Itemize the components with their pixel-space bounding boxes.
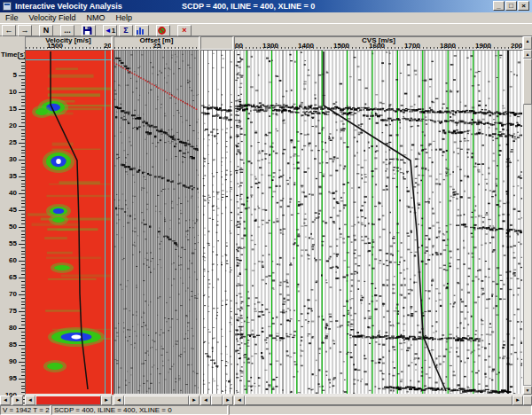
time-tick-label: 50 [0, 223, 17, 231]
offset-gather-canvas [114, 51, 199, 395]
menu-velocity-field[interactable]: Velocity Field [24, 12, 82, 24]
restore-button[interactable]: □ [505, 1, 517, 11]
cvs-canvas [235, 51, 522, 395]
cvs-vscroll-up-button[interactable]: ▲ [523, 50, 532, 59]
cvs-vscroll-thumb[interactable] [523, 59, 532, 105]
time-tick [19, 379, 25, 380]
time-tick-label: 20 [0, 122, 17, 129]
cvs-scroll-left-button[interactable]: ◄ [234, 395, 245, 405]
options-button[interactable]: ... [60, 25, 74, 36]
close-button[interactable]: × [518, 1, 529, 11]
menu-file[interactable]: File [0, 12, 24, 24]
offset-gather-panel[interactable] [113, 50, 200, 395]
time-tick-label: 95 [0, 375, 17, 382]
velocity-panel-header: Velocity [m/s] 15002000 [25, 36, 112, 50]
time-tick [19, 362, 25, 363]
time-tick [19, 126, 25, 127]
time-tick [19, 92, 25, 93]
offset-scroll-right-button[interactable]: ► [189, 395, 200, 405]
velocity-semblance-panel[interactable] [25, 50, 112, 395]
menu-nmo[interactable]: NMO [82, 12, 111, 24]
time-tick [19, 244, 25, 245]
time-tick-label: 30 [0, 156, 17, 163]
velocity-axis-ticks [26, 47, 111, 49]
cvs-header-scroll-button[interactable]: ▲ [523, 36, 532, 50]
app-icon [3, 2, 12, 11]
spectrum-icon [136, 26, 145, 35]
cvs-scroll-thumb[interactable] [245, 395, 512, 405]
prev-button[interactable]: ← [2, 25, 16, 36]
next-button[interactable]: → [18, 25, 32, 36]
status-bar: V = 1942 T = 2 SCDP = 400, ILINE = 400, … [0, 405, 532, 415]
apply-one-button[interactable]: ◄1 [103, 25, 117, 36]
window-title: Interactive Velocity Analysis [15, 0, 122, 12]
toolbar: ←→N...◄1Σ× [0, 24, 532, 36]
offset-scroll-left-button[interactable]: ◄ [113, 395, 124, 405]
time-tick [19, 210, 25, 211]
menu-bar: FileVelocity FieldNMOHelp [0, 12, 532, 24]
time-tick-label: 80 [0, 325, 17, 332]
time-tick [19, 328, 25, 329]
velocity-scroll-thumb[interactable] [35, 395, 101, 405]
offset-axis-ticks [114, 47, 199, 49]
status-empty-cell [229, 405, 532, 415]
time-tick-label: 10 [0, 89, 17, 96]
title-bar[interactable]: Interactive Velocity Analysis SCDP = 400… [0, 0, 532, 12]
status-cursor-readout: V = 1942 T = 2 [0, 405, 51, 415]
gather-scroll-right-button[interactable]: ► [223, 395, 233, 405]
time-tick [19, 193, 25, 194]
gather-scroll-left-button[interactable]: ◄ [200, 395, 211, 405]
time-tick-label: 40 [0, 190, 17, 197]
time-tick-label: 45 [0, 207, 17, 214]
gather-panel-header [200, 36, 233, 50]
time-tick-label: 75 [0, 308, 17, 315]
offset-panel-header: Offset [m] 25 [113, 36, 200, 50]
time-tick-label: 60 [0, 257, 17, 264]
velocity-scroll-right-button[interactable]: ► [101, 395, 112, 405]
time-tick-label: 25 [0, 139, 17, 146]
velocity-semblance-canvas [26, 51, 111, 395]
time-scroll-left-button[interactable]: ◄ [0, 395, 11, 405]
apply-velocity-icon: ◄ [105, 27, 112, 35]
time-axis-header [0, 36, 25, 50]
cvs-axis-ticks [235, 47, 522, 49]
time-tick [19, 278, 25, 278]
delete-button[interactable]: × [177, 25, 192, 36]
spectrum-button[interactable] [135, 25, 149, 36]
stack-button[interactable]: Σ [119, 25, 133, 36]
time-tick-label: 5 [0, 72, 17, 79]
velocity-scroll-left-button[interactable]: ◄ [25, 395, 35, 405]
status-location-readout: SCDP = 400, ILINE = 400, XLINE = 0 [51, 405, 228, 415]
nmo-button[interactable]: N [39, 25, 53, 36]
window-title-info: SCDP = 400, ILINE = 400, XLINE = 0 [182, 0, 315, 12]
time-scroll-right-button[interactable]: ► [12, 395, 23, 405]
velocity-panel-title: Velocity [m/s] [26, 37, 111, 44]
cvs-panel[interactable] [234, 50, 523, 395]
offset-scroll-thumb[interactable] [124, 395, 189, 405]
cvs-vscroll-track[interactable] [523, 59, 532, 386]
time-tick [19, 75, 25, 76]
cvs-scroll-right-button[interactable]: ► [512, 395, 523, 405]
abort-button[interactable] [156, 25, 170, 36]
time-tick-label: 35 [0, 173, 17, 180]
time-tick-label: 55 [0, 240, 17, 247]
minimize-button[interactable]: _ [493, 1, 505, 11]
time-tick [19, 261, 25, 262]
save-button[interactable] [82, 25, 96, 36]
time-axis-label: Time[s] [1, 51, 25, 59]
abort-icon [157, 26, 167, 35]
time-tick-label: 70 [0, 291, 17, 298]
menu-help[interactable]: Help [111, 12, 138, 24]
time-tick [19, 227, 25, 228]
gather-scroll-thumb[interactable] [211, 395, 223, 405]
stack-preview-canvas [201, 51, 232, 395]
time-tick [19, 143, 25, 144]
cvs-vscroll-down-button[interactable]: ▼ [523, 386, 532, 395]
save-icon [82, 26, 92, 35]
time-tick [19, 294, 25, 295]
time-tick-label: 85 [0, 341, 17, 348]
time-tick [19, 109, 25, 110]
time-tick [19, 311, 25, 312]
stack-preview-panel[interactable] [200, 50, 233, 395]
time-tick-label: 15 [0, 106, 17, 113]
